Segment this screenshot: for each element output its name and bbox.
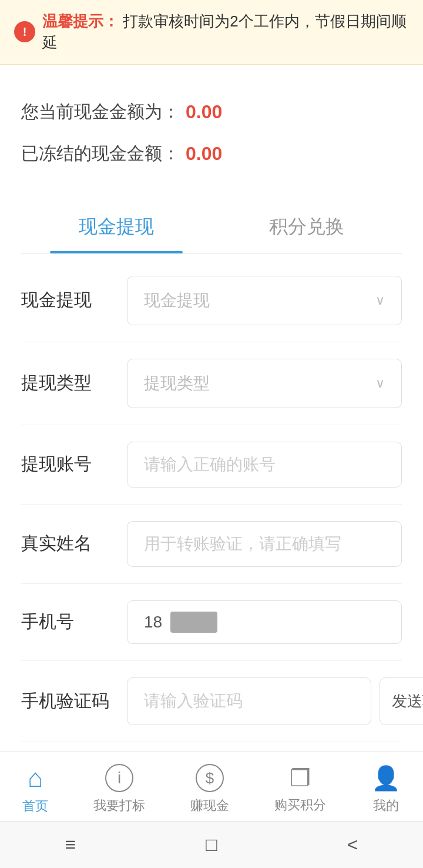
system-back-button[interactable]: <	[347, 834, 358, 856]
form-row-real-name: 真实姓名	[21, 505, 402, 584]
system-menu-button[interactable]: ≡	[65, 834, 76, 856]
system-home-button[interactable]: □	[206, 834, 217, 856]
form-row-sms: 手机验证码 发送验证码	[21, 661, 402, 742]
withdrawal-method-input-wrap: 现金提现 ∨	[127, 276, 402, 325]
form-row-withdrawal-type: 提现类型 提现类型 ∨	[21, 342, 402, 425]
warning-icon: !	[14, 21, 35, 42]
notice-label: 温馨提示：	[42, 12, 119, 30]
phone-prefix: 18	[144, 613, 162, 632]
nav-label-mine: 我的	[373, 797, 399, 814]
send-sms-button[interactable]: 发送验证码	[380, 677, 423, 725]
sms-input-wrap: 发送验证码	[127, 677, 423, 725]
withdrawal-type-placeholder: 提现类型	[144, 372, 210, 395]
tab-cash-withdrawal[interactable]: 现金提现	[21, 201, 212, 253]
form-section: 现金提现 现金提现 ∨ 提现类型 提现类型 ∨ 提现账号	[21, 253, 402, 748]
withdrawal-type-select[interactable]: 提现类型 ∨	[127, 359, 402, 408]
account-input[interactable]	[127, 442, 402, 488]
earn-icon: $	[196, 764, 224, 792]
current-balance-label: 您当前现金金额为：	[21, 100, 180, 124]
form-row-withdrawal-method: 现金提现 现金提现 ∨	[21, 259, 402, 342]
nav-item-mark[interactable]: i 我要打标	[93, 764, 145, 814]
main-content: 您当前现金金额为： 0.00 已冻结的现金金额： 0.00 现金提现 积分兑换 …	[0, 65, 423, 868]
account-label: 提现账号	[21, 452, 115, 476]
chevron-down-icon: ∨	[375, 293, 385, 308]
balance-section: 您当前现金金额为： 0.00 已冻结的现金金额： 0.00	[21, 88, 402, 189]
tab-points-exchange[interactable]: 积分兑换	[212, 201, 402, 253]
real-name-input-wrap	[127, 521, 402, 567]
points-icon: ❐	[290, 764, 311, 792]
withdrawal-type-label: 提现类型	[21, 371, 115, 395]
frozen-balance-row: 已冻结的现金金额： 0.00	[21, 142, 402, 166]
user-icon: 👤	[371, 764, 401, 792]
real-name-input[interactable]	[127, 521, 402, 567]
nav-item-earn[interactable]: $ 赚现金	[190, 764, 229, 814]
notice-banner: ! 温馨提示： 打款审核时间为2个工作内，节假日期间顺延	[0, 0, 423, 65]
nav-label-home: 首页	[22, 797, 48, 815]
withdrawal-method-select[interactable]: 现金提现 ∨	[127, 276, 402, 325]
bottom-nav: ⌂ 首页 i 我要打标 $ 赚现金 ❐ 购买积分 👤 我的	[0, 751, 423, 821]
chevron-down-icon-2: ∨	[375, 376, 385, 391]
frozen-balance-value: 0.00	[186, 143, 222, 165]
real-name-label: 真实姓名	[21, 532, 115, 556]
sms-label: 手机验证码	[21, 689, 115, 713]
nav-item-home[interactable]: ⌂ 首页	[22, 763, 48, 815]
form-row-account: 提现账号	[21, 425, 402, 505]
withdrawal-type-input-wrap: 提现类型 ∨	[127, 359, 402, 408]
current-balance-value: 0.00	[186, 101, 222, 123]
withdrawal-method-label: 现金提现	[21, 288, 115, 312]
nav-label-mark: 我要打标	[93, 797, 145, 814]
notice-text: 温馨提示： 打款审核时间为2个工作内，节假日期间顺延	[42, 11, 409, 54]
system-nav: ≡ □ <	[0, 821, 423, 868]
tabs-container: 现金提现 积分兑换	[21, 201, 402, 253]
nav-label-earn: 赚现金	[190, 797, 229, 814]
phone-input-wrap: 18	[127, 600, 402, 644]
withdrawal-method-placeholder: 现金提现	[144, 289, 210, 312]
current-balance-row: 您当前现金金额为： 0.00	[21, 100, 402, 124]
nav-item-mine[interactable]: 👤 我的	[371, 764, 401, 814]
account-input-wrap	[127, 442, 402, 488]
form-row-phone: 手机号 18	[21, 584, 402, 661]
mark-icon: i	[105, 764, 133, 792]
phone-field-container[interactable]: 18	[127, 600, 402, 644]
frozen-balance-label: 已冻结的现金金额：	[21, 142, 180, 166]
home-icon: ⌂	[28, 763, 43, 793]
nav-item-points[interactable]: ❐ 购买积分	[274, 764, 326, 814]
phone-blurred-digits	[170, 612, 217, 633]
sms-row: 发送验证码	[127, 677, 423, 725]
phone-label: 手机号	[21, 610, 115, 634]
sms-code-input[interactable]	[127, 677, 371, 725]
nav-label-points: 购买积分	[274, 796, 326, 814]
